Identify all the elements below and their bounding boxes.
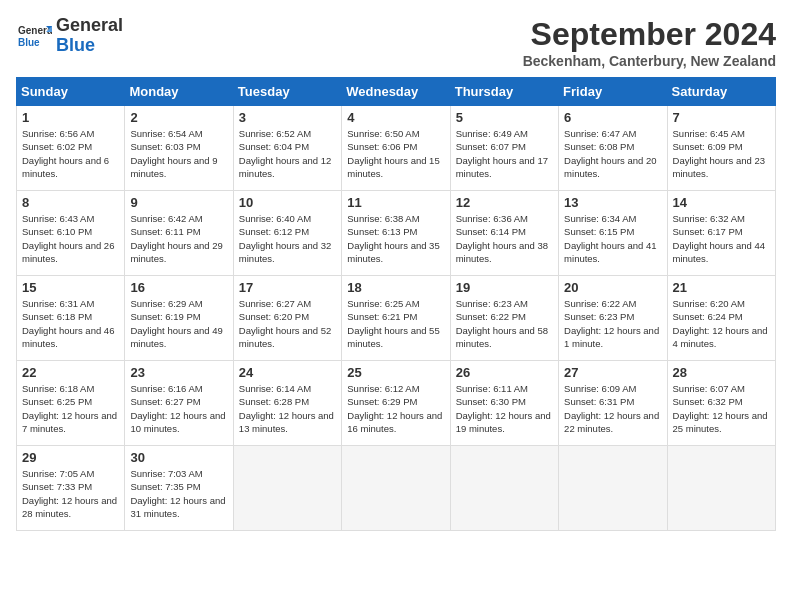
col-thursday: Thursday	[450, 78, 558, 106]
logo-blue: Blue	[56, 35, 95, 55]
day-12: 12 Sunrise: 6:36 AMSunset: 6:14 PMDaylig…	[450, 191, 558, 276]
day-27: 27 Sunrise: 6:09 AMSunset: 6:31 PMDaylig…	[559, 361, 667, 446]
page-header: General Blue General Blue September 2024…	[16, 16, 776, 69]
empty-cell-2	[342, 446, 450, 531]
day-22: 22 Sunrise: 6:18 AMSunset: 6:25 PMDaylig…	[17, 361, 125, 446]
day-9: 9 Sunrise: 6:42 AMSunset: 6:11 PMDayligh…	[125, 191, 233, 276]
col-sunday: Sunday	[17, 78, 125, 106]
day-14: 14 Sunrise: 6:32 AMSunset: 6:17 PMDaylig…	[667, 191, 775, 276]
logo-icon: General Blue	[16, 18, 52, 54]
day-24: 24 Sunrise: 6:14 AMSunset: 6:28 PMDaylig…	[233, 361, 341, 446]
day-2: 2 Sunrise: 6:54 AMSunset: 6:03 PMDayligh…	[125, 106, 233, 191]
empty-cell-1	[233, 446, 341, 531]
month-title: September 2024	[523, 16, 776, 53]
day-16: 16 Sunrise: 6:29 AMSunset: 6:19 PMDaylig…	[125, 276, 233, 361]
title-area: September 2024 Beckenham, Canterbury, Ne…	[523, 16, 776, 69]
week-5: 29 Sunrise: 7:05 AMSunset: 7:33 PMDaylig…	[17, 446, 776, 531]
col-wednesday: Wednesday	[342, 78, 450, 106]
empty-cell-5	[667, 446, 775, 531]
day-4: 4 Sunrise: 6:50 AMSunset: 6:06 PMDayligh…	[342, 106, 450, 191]
day-11: 11 Sunrise: 6:38 AMSunset: 6:13 PMDaylig…	[342, 191, 450, 276]
calendar-header: Sunday Monday Tuesday Wednesday Thursday…	[17, 78, 776, 106]
day-17: 17 Sunrise: 6:27 AMSunset: 6:20 PMDaylig…	[233, 276, 341, 361]
day-15: 15 Sunrise: 6:31 AMSunset: 6:18 PMDaylig…	[17, 276, 125, 361]
day-26: 26 Sunrise: 6:11 AMSunset: 6:30 PMDaylig…	[450, 361, 558, 446]
day-29: 29 Sunrise: 7:05 AMSunset: 7:33 PMDaylig…	[17, 446, 125, 531]
day-21: 21 Sunrise: 6:20 AMSunset: 6:24 PMDaylig…	[667, 276, 775, 361]
day-18: 18 Sunrise: 6:25 AMSunset: 6:21 PMDaylig…	[342, 276, 450, 361]
col-friday: Friday	[559, 78, 667, 106]
col-monday: Monday	[125, 78, 233, 106]
day-20: 20 Sunrise: 6:22 AMSunset: 6:23 PMDaylig…	[559, 276, 667, 361]
logo-text: General Blue	[56, 16, 123, 56]
day-5: 5 Sunrise: 6:49 AMSunset: 6:07 PMDayligh…	[450, 106, 558, 191]
day-23: 23 Sunrise: 6:16 AMSunset: 6:27 PMDaylig…	[125, 361, 233, 446]
day-1: 1 Sunrise: 6:56 AMSunset: 6:02 PMDayligh…	[17, 106, 125, 191]
day-30: 30 Sunrise: 7:03 AMSunset: 7:35 PMDaylig…	[125, 446, 233, 531]
day-3: 3 Sunrise: 6:52 AMSunset: 6:04 PMDayligh…	[233, 106, 341, 191]
logo-general: General	[56, 15, 123, 35]
week-1: 1 Sunrise: 6:56 AMSunset: 6:02 PMDayligh…	[17, 106, 776, 191]
week-4: 22 Sunrise: 6:18 AMSunset: 6:25 PMDaylig…	[17, 361, 776, 446]
week-3: 15 Sunrise: 6:31 AMSunset: 6:18 PMDaylig…	[17, 276, 776, 361]
day-8: 8 Sunrise: 6:43 AMSunset: 6:10 PMDayligh…	[17, 191, 125, 276]
week-2: 8 Sunrise: 6:43 AMSunset: 6:10 PMDayligh…	[17, 191, 776, 276]
day-13: 13 Sunrise: 6:34 AMSunset: 6:15 PMDaylig…	[559, 191, 667, 276]
col-tuesday: Tuesday	[233, 78, 341, 106]
location: Beckenham, Canterbury, New Zealand	[523, 53, 776, 69]
calendar: Sunday Monday Tuesday Wednesday Thursday…	[16, 77, 776, 531]
day-10: 10 Sunrise: 6:40 AMSunset: 6:12 PMDaylig…	[233, 191, 341, 276]
day-19: 19 Sunrise: 6:23 AMSunset: 6:22 PMDaylig…	[450, 276, 558, 361]
logo: General Blue General Blue	[16, 16, 123, 56]
day-25: 25 Sunrise: 6:12 AMSunset: 6:29 PMDaylig…	[342, 361, 450, 446]
empty-cell-3	[450, 446, 558, 531]
svg-text:Blue: Blue	[18, 37, 40, 48]
day-6: 6 Sunrise: 6:47 AMSunset: 6:08 PMDayligh…	[559, 106, 667, 191]
day-28: 28 Sunrise: 6:07 AMSunset: 6:32 PMDaylig…	[667, 361, 775, 446]
day-7: 7 Sunrise: 6:45 AMSunset: 6:09 PMDayligh…	[667, 106, 775, 191]
col-saturday: Saturday	[667, 78, 775, 106]
empty-cell-4	[559, 446, 667, 531]
